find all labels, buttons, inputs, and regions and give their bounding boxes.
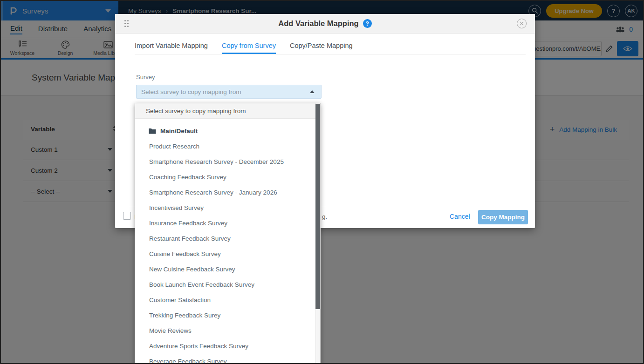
survey-field-label: Survey (136, 74, 155, 81)
overwrite-checkbox[interactable] (123, 212, 131, 220)
dropdown-option[interactable]: Smartphone Research Survey - December 20… (135, 154, 320, 169)
copy-mapping-button[interactable]: Copy Mapping (478, 210, 528, 224)
close-icon (520, 21, 524, 26)
dropdown-option[interactable]: Cuisine Feedback Survey (135, 246, 320, 262)
dropdown-option[interactable]: Incentivised Survey (135, 200, 320, 216)
dropdown-items: Product Research Smartphone Research Sur… (135, 139, 320, 364)
survey-select[interactable]: Select survey to copy mapping from (136, 85, 322, 99)
modal-title: Add Variable Mapping (278, 19, 358, 28)
app-window: Surveys My Surveys › Smartphone Research… (0, 0, 644, 364)
survey-select-dropdown: Select survey to copy mapping from Main/… (135, 103, 321, 364)
dropdown-scrollbar-thumb[interactable] (315, 104, 320, 309)
dropdown-option[interactable]: Insurance Feedback Survey (135, 216, 320, 231)
dropdown-option[interactable]: Trekking Feedback Surey (135, 308, 320, 323)
modal-help-icon[interactable]: ? (363, 19, 372, 28)
survey-select-placeholder: Select survey to copy mapping from (141, 88, 241, 95)
dropdown-option[interactable]: Beverage Feedback Survey (135, 354, 320, 364)
checkbox-note-fragment-right: g. (322, 213, 327, 220)
dropdown-option[interactable]: Adventure Sports Feedback Survey (135, 338, 320, 354)
tab-copy-from-survey[interactable]: Copy from Survey (222, 42, 276, 54)
dropdown-option[interactable]: Restaurant Feedback Survey (135, 231, 320, 246)
dropdown-option[interactable]: Product Research (135, 139, 320, 154)
dropdown-folder-main-default[interactable]: Main/Default (135, 123, 320, 139)
dropdown-list: Main/Default Product Research Smartphone… (135, 119, 320, 364)
modal-tabs: Import Variable Mapping Copy from Survey… (135, 42, 526, 54)
tab-copy-paste-mapping[interactable]: Copy/Paste Mapping (290, 42, 353, 54)
dropdown-option[interactable]: New Cuisine Feedback Survey (135, 262, 320, 277)
dropdown-placeholder-option[interactable]: Select survey to copy mapping from (135, 103, 320, 119)
dropdown-option[interactable]: Coaching Feedback Survey (135, 169, 320, 185)
dropdown-option[interactable]: Customer Satisfaction (135, 292, 320, 308)
chevron-up-icon (310, 90, 315, 93)
modal-header: Add Variable Mapping ? (115, 14, 535, 34)
dropdown-option[interactable]: Book Launch Event Feedback Survey (135, 277, 320, 292)
dropdown-option[interactable]: Smartphone Research Survey - January 202… (135, 185, 320, 200)
drag-handle[interactable] (124, 20, 129, 27)
cancel-button[interactable]: Cancel (450, 213, 470, 220)
tab-import-variable-mapping[interactable]: Import Variable Mapping (135, 42, 208, 54)
modal-close-button[interactable] (517, 19, 527, 28)
folder-icon (149, 128, 156, 134)
dropdown-scrollbar-track[interactable] (315, 103, 320, 364)
dropdown-option[interactable]: Movie Reviews (135, 323, 320, 338)
